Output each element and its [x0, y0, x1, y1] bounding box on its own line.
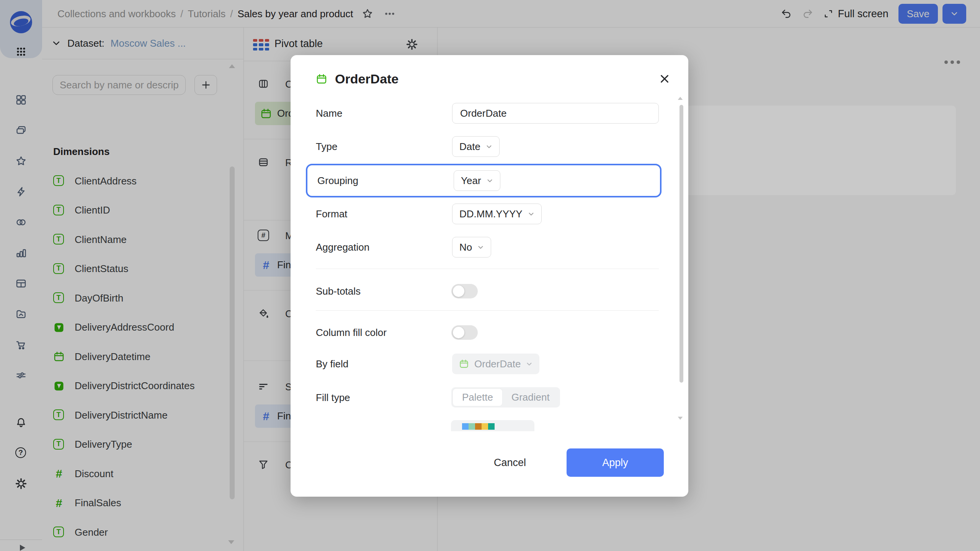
dialog-content: OrderDate Name Type Date Grouping — [291, 55, 688, 431]
aggregation-label: Aggregation — [316, 241, 369, 253]
subtotals-toggle[interactable] — [451, 284, 478, 298]
grouping-highlight-box: Grouping Year — [306, 164, 662, 197]
apply-button[interactable]: Apply — [567, 448, 664, 477]
grouping-value: Year — [461, 175, 481, 187]
field-settings-dialog: OrderDate Name Type Date Grouping — [291, 55, 688, 497]
type-row: Type Date — [291, 136, 688, 157]
cancel-button[interactable]: Cancel — [494, 457, 526, 469]
dialog-title-text: OrderDate — [335, 72, 399, 86]
dialog-scroll-up-icon[interactable] — [678, 97, 683, 100]
by-field-value: OrderDate — [474, 358, 521, 370]
dialog-title: OrderDate — [316, 72, 399, 86]
name-row: Name — [291, 103, 688, 124]
aggregation-value: No — [459, 241, 472, 253]
chevron-down-icon — [528, 211, 534, 217]
close-dialog-icon[interactable] — [658, 72, 671, 86]
dialog-footer: Cancel Apply — [291, 448, 688, 477]
field-name-input[interactable] — [452, 103, 659, 124]
palette-color-swatch — [488, 423, 495, 430]
aggregation-row: Aggregation No — [291, 237, 688, 258]
grouping-label: Grouping — [317, 175, 358, 187]
chevron-down-icon — [486, 143, 492, 150]
format-label: Format — [316, 208, 347, 220]
type-select[interactable]: Date — [452, 136, 500, 157]
column-fill-color-toggle[interactable] — [451, 325, 478, 340]
fill-type-option-palette[interactable]: Palette — [453, 389, 502, 406]
dialog-scrollbar[interactable] — [679, 105, 683, 383]
chevron-down-icon — [487, 178, 493, 184]
palette-color-swatch — [462, 423, 469, 430]
palette-color-swatch — [482, 423, 488, 430]
palette-select[interactable] — [451, 420, 534, 431]
date-field-icon — [459, 359, 469, 369]
fill-type-row: Fill type Palette Gradient — [291, 387, 688, 408]
divider — [316, 269, 659, 269]
type-value: Date — [459, 141, 480, 153]
name-label: Name — [316, 108, 342, 119]
format-row: Format DD.MM.YYYY — [291, 204, 688, 224]
subtotals-label: Sub-totals — [316, 285, 361, 297]
by-field-row: By field OrderDate — [291, 354, 688, 374]
chevron-down-icon — [526, 361, 532, 367]
subtotals-row: Sub-totals — [291, 281, 688, 302]
dialog-scroll-down-icon[interactable] — [678, 417, 683, 420]
palette-color-swatch — [469, 423, 475, 430]
grouping-select[interactable]: Year — [454, 170, 500, 191]
by-field-select: OrderDate — [452, 354, 539, 374]
date-field-icon — [316, 73, 327, 85]
fill-type-option-gradient[interactable]: Gradient — [502, 389, 559, 406]
column-fill-color-row: Column fill color — [291, 322, 688, 343]
divider — [316, 310, 659, 311]
datalens-wizard-app: ? Collections and workbooks/Tutorials/Sa… — [0, 0, 980, 551]
chevron-down-icon — [477, 244, 484, 251]
type-label: Type — [316, 141, 337, 153]
aggregation-select[interactable]: No — [452, 237, 491, 258]
fill-type-segmented-control: Palette Gradient — [451, 387, 560, 408]
column-fill-color-label: Column fill color — [316, 327, 387, 339]
format-select[interactable]: DD.MM.YYYY — [452, 204, 542, 224]
palette-color-swatch — [475, 423, 482, 430]
by-field-label: By field — [316, 358, 348, 370]
format-value: DD.MM.YYYY — [459, 208, 523, 220]
fill-type-label: Fill type — [316, 392, 350, 404]
